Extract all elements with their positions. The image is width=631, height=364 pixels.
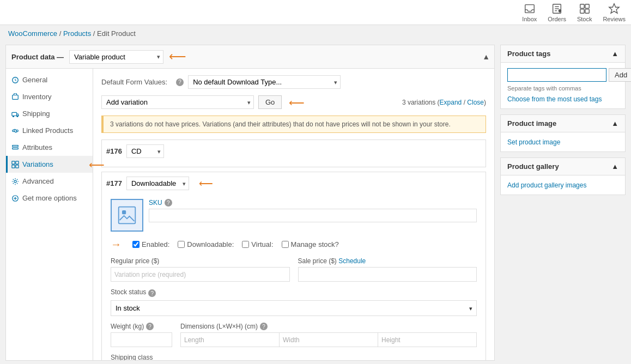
product-tags-header[interactable]: Product tags ▲ (501, 45, 625, 63)
svg-point-15 (13, 116, 14, 117)
product-type-arrow: ⟵ (169, 50, 186, 64)
product-gallery-title: Product gallery (507, 162, 559, 171)
dimensions-help-icon[interactable]: ? (260, 323, 268, 330)
sidebar-item-general[interactable]: General (6, 71, 93, 88)
sku-label: SKU (149, 199, 162, 207)
stock-help-icon[interactable]: ? (148, 289, 156, 297)
sale-price-label: Sale price ($) Schedule (298, 257, 477, 265)
reviews-toolbar-item[interactable]: Reviews (603, 3, 626, 22)
tab-get-more-label: Get more options (22, 194, 77, 202)
go-button-arrow: ⟵ (289, 96, 305, 109)
enabled-checkbox[interactable] (132, 241, 139, 248)
dimensions-inputs (180, 332, 477, 347)
product-gallery-header[interactable]: Product gallery ▲ (501, 158, 625, 175)
default-form-select-wrapper: No default Download Type... (188, 75, 341, 89)
breadcrumb-sep2: / (93, 29, 97, 38)
variation-type-select-177[interactable]: Downloadable Virtual Simple CD (126, 177, 189, 190)
tabs-sidebar: General Inventory Shipping Linked Produc… (6, 69, 93, 361)
svg-rect-24 (16, 165, 19, 167)
regular-price-input[interactable] (111, 267, 290, 282)
sidebar-item-get-more[interactable]: Get more options (6, 190, 93, 207)
toolbar-icons: Inbox ! Orders Stock (522, 3, 626, 22)
top-toolbar: Inbox ! Orders Stock (0, 0, 631, 25)
svg-text:!: ! (559, 10, 560, 12)
virtual-checkbox[interactable] (242, 241, 249, 248)
height-input[interactable] (378, 332, 477, 347)
stock-status-select[interactable]: In stock Out of stock On backorder (111, 300, 477, 316)
dimensions-field: Dimensions (L×W×H) (cm) ? (180, 323, 477, 347)
default-form-select[interactable]: No default Download Type... (188, 75, 341, 89)
variation-type-select-176[interactable]: CD Vinyl Digital (126, 144, 164, 158)
inbox-toolbar-item[interactable]: Inbox (522, 3, 537, 22)
stock-toolbar-item[interactable]: Stock (577, 3, 592, 22)
length-input[interactable] (180, 332, 279, 347)
product-data-label: Product data — (11, 53, 64, 61)
orders-toolbar-item[interactable]: ! Orders (548, 3, 566, 22)
sale-price-input[interactable] (298, 267, 477, 282)
sale-price-field: Sale price ($) Schedule (298, 257, 477, 282)
go-button[interactable]: Go (258, 95, 282, 109)
sidebar-item-inventory[interactable]: Inventory (6, 88, 93, 105)
weight-input[interactable] (111, 332, 172, 347)
main-layout: Product data — Variable product Simple p… (0, 42, 631, 363)
sidebar-item-linked-products[interactable]: Linked Products (6, 122, 93, 139)
sidebar-item-variations[interactable]: Variations ⟵ (6, 156, 93, 173)
default-form-row: Default Form Values: ? No default Downlo… (101, 75, 486, 89)
downloadable-checkbox[interactable] (178, 241, 185, 248)
stock-label-row: Stock status ? (111, 288, 477, 298)
sidebar-item-attributes[interactable]: Attributes (6, 139, 93, 156)
width-input[interactable] (279, 332, 378, 347)
variation-177-arrow: ⟵ (199, 178, 213, 190)
help-icon-default[interactable]: ? (176, 78, 184, 86)
tag-input[interactable] (507, 68, 606, 82)
svg-rect-13 (13, 95, 19, 99)
tag-hint: Separate tags with commas (507, 85, 618, 92)
stock-select-wrapper: In stock Out of stock On backorder (111, 300, 477, 316)
tag-input-row: Add (507, 68, 618, 82)
add-variation-row: Add variation Go ⟵ 3 variations (Expand … (101, 95, 486, 109)
variation-image-placeholder[interactable] (111, 199, 143, 232)
regular-price-label: Regular price ($) (111, 257, 290, 265)
product-image-box: Product image ▲ Set product image (500, 114, 626, 152)
product-type-wrapper: Variable product Simple product Grouped … (69, 50, 163, 64)
add-tag-button[interactable]: Add (609, 68, 631, 82)
left-panel: Product data — Variable product Simple p… (5, 45, 495, 361)
set-product-image-link[interactable]: Set product image (507, 138, 560, 146)
product-data-collapse[interactable]: ▲ (482, 52, 490, 61)
sidebar-item-shipping[interactable]: Shipping (6, 105, 93, 122)
sale-schedule-link[interactable]: Schedule (338, 257, 366, 265)
svg-rect-7 (580, 4, 584, 8)
weight-help-icon[interactable]: ? (146, 323, 154, 330)
enabled-checkbox-label[interactable]: Enabled: (132, 240, 169, 248)
reviews-label: Reviews (603, 16, 626, 22)
product-data-header: Product data — Variable product Simple p… (6, 45, 494, 69)
sidebar-item-advanced[interactable]: Advanced (6, 173, 93, 190)
product-image-header[interactable]: Product image ▲ (501, 115, 625, 132)
tab-shipping-label: Shipping (22, 110, 50, 118)
expand-link[interactable]: Expand (440, 99, 462, 106)
sku-input[interactable] (149, 209, 477, 222)
manage-stock-checkbox-label[interactable]: Manage stock? (282, 240, 339, 248)
price-section: Regular price ($) Sale price ($) Schedul… (111, 257, 477, 282)
svg-marker-11 (609, 3, 619, 13)
variation-num-176: #176 (106, 147, 122, 155)
product-tags-title: Product tags (507, 50, 550, 58)
product-gallery-collapse-icon: ▲ (611, 162, 618, 171)
breadcrumb-products[interactable]: Products (63, 29, 91, 38)
add-gallery-images-link[interactable]: Add product gallery images (507, 181, 586, 189)
downloadable-checkbox-label[interactable]: Downloadable: (178, 240, 234, 248)
virtual-checkbox-label[interactable]: Virtual: (242, 240, 273, 248)
close-link[interactable]: Close (467, 99, 484, 106)
add-variation-select-wrapper: Add variation (101, 95, 254, 109)
svg-rect-22 (16, 161, 19, 163)
product-type-select[interactable]: Variable product Simple product Grouped … (69, 50, 163, 64)
sku-help-icon[interactable]: ? (165, 199, 172, 207)
svg-rect-8 (585, 4, 589, 8)
breadcrumb-woocommerce[interactable]: WooCommerce (8, 29, 57, 38)
enabled-arrow: → (111, 238, 122, 251)
variation-count: 3 variations (Expand / Close) (402, 99, 486, 106)
add-variation-select[interactable]: Add variation (101, 95, 254, 109)
choose-tags-link[interactable]: Choose from the most used tags (507, 95, 602, 103)
tab-general-label: General (22, 76, 47, 84)
manage-stock-checkbox[interactable] (282, 241, 289, 248)
